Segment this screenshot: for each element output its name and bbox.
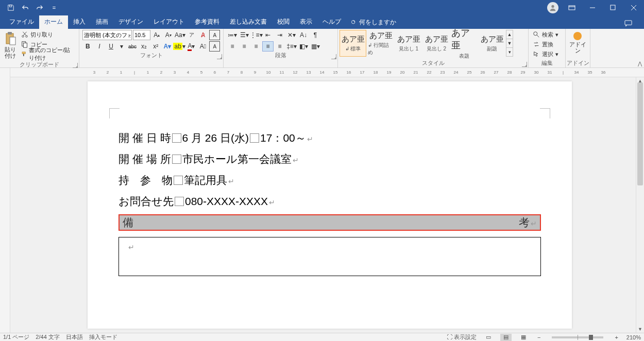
bullets-button[interactable]: ≔▾ bbox=[227, 30, 238, 40]
qat-customize[interactable]: = bbox=[47, 1, 61, 14]
doc-line-4[interactable]: お問合せ先080-XXXX-XXXX↵ bbox=[118, 191, 541, 212]
line-spacing-button[interactable]: ‡≡▾ bbox=[286, 41, 297, 52]
display-settings-button[interactable]: ⛶ 表示設定 bbox=[447, 333, 477, 341]
minimize-button[interactable] bbox=[582, 0, 603, 15]
account-avatar[interactable] bbox=[547, 2, 558, 13]
tab-mailings[interactable]: 差し込み文書 bbox=[225, 15, 272, 29]
increase-indent-button[interactable]: ⇥ bbox=[274, 30, 285, 40]
style-title[interactable]: あア亜表題 bbox=[451, 30, 478, 57]
format-painter-button[interactable]: 書式のコピー/貼り付け bbox=[19, 49, 77, 59]
clipboard-launcher[interactable] bbox=[73, 63, 78, 68]
styles-scroll-up[interactable]: ▲ bbox=[506, 30, 513, 39]
underline-button[interactable]: U bbox=[106, 41, 116, 52]
distribute-button[interactable]: ≡ bbox=[274, 41, 285, 52]
document-page[interactable]: 開 催 日 時6 月 26 日(水)17：00～↵ 開 催 場 所市民ホール第一… bbox=[88, 81, 572, 329]
style-heading1[interactable]: あア亜見出し 1 bbox=[395, 30, 422, 57]
status-page[interactable]: 1/1 ページ bbox=[3, 333, 29, 341]
superscript-button[interactable]: x² bbox=[150, 41, 161, 52]
view-print-button[interactable]: ▤ bbox=[500, 334, 512, 341]
show-marks-button[interactable]: ¶ bbox=[310, 30, 321, 40]
replace-button[interactable]: 置換 bbox=[531, 40, 561, 49]
phonetic-guide-button[interactable]: ア bbox=[187, 30, 197, 40]
italic-button[interactable]: I bbox=[94, 41, 105, 52]
multilevel-button[interactable]: ⋮≡▾ bbox=[250, 30, 262, 40]
styles-expand[interactable]: ▾ bbox=[506, 48, 513, 56]
tab-help[interactable]: ヘルプ bbox=[317, 15, 346, 29]
document-scroll[interactable]: 321|123456789101112131415161718192021222… bbox=[10, 68, 644, 333]
doc-line-1[interactable]: 開 催 日 時6 月 26 日(水)17：00～↵ bbox=[118, 128, 541, 149]
text-effects-button[interactable]: A▾ bbox=[162, 41, 173, 52]
horizontal-ruler[interactable]: 321|123456789101112131415161718192021222… bbox=[10, 68, 644, 77]
tab-insert[interactable]: 挿入 bbox=[68, 15, 91, 29]
zoom-slider[interactable] bbox=[552, 336, 603, 338]
char-border-button[interactable]: A bbox=[209, 41, 220, 52]
font-color-button[interactable]: A▾ bbox=[186, 41, 197, 52]
cut-button[interactable]: 切り取り bbox=[19, 30, 77, 39]
scroll-down-button[interactable]: ▼ bbox=[636, 326, 644, 333]
scroll-thumb[interactable] bbox=[637, 82, 643, 185]
tab-home[interactable]: ホーム bbox=[39, 15, 68, 29]
style-heading2[interactable]: あア亜見出し 2 bbox=[423, 30, 450, 57]
shrink-font-button[interactable]: A▾ bbox=[163, 30, 173, 40]
status-lang[interactable]: 日本語 bbox=[66, 333, 83, 341]
enclose-char-button[interactable]: A bbox=[209, 30, 220, 40]
addins-button[interactable]: アドイン bbox=[568, 30, 587, 56]
vertical-scrollbar[interactable]: ▲ ▼ bbox=[636, 77, 644, 333]
align-center-button[interactable]: ≡ bbox=[239, 41, 250, 52]
select-button[interactable]: 選択▾ bbox=[531, 49, 561, 59]
zoom-level[interactable]: 210% bbox=[626, 334, 641, 340]
align-left-button[interactable]: ≡ bbox=[227, 41, 238, 52]
font-launcher[interactable] bbox=[217, 54, 222, 59]
font-name-select[interactable] bbox=[82, 30, 132, 40]
paragraph-launcher[interactable] bbox=[331, 54, 336, 59]
close-button[interactable] bbox=[623, 0, 644, 15]
underline-menu[interactable]: ▾ bbox=[117, 41, 126, 52]
redo-button[interactable] bbox=[33, 1, 46, 14]
tab-references[interactable]: 参考資料 bbox=[190, 15, 225, 29]
bold-button[interactable]: B bbox=[82, 41, 93, 52]
style-normal[interactable]: あア亜↲ 標準 bbox=[340, 30, 366, 57]
tell-me[interactable]: 何をしますか bbox=[346, 16, 400, 29]
char-shading-button[interactable]: A⃝ bbox=[198, 41, 209, 52]
paste-button[interactable]: 貼り付け bbox=[2, 30, 18, 61]
tab-view[interactable]: 表示 bbox=[295, 15, 317, 29]
maximize-button[interactable] bbox=[603, 0, 623, 15]
ribbon-display-button[interactable] bbox=[562, 0, 582, 15]
change-case-button[interactable]: Aa▾ bbox=[175, 30, 185, 40]
undo-button[interactable] bbox=[19, 1, 32, 14]
strike-button[interactable]: abc bbox=[127, 41, 138, 52]
subscript-button[interactable]: x₂ bbox=[139, 41, 149, 52]
collapse-ribbon-button[interactable]: ⋀ bbox=[638, 61, 642, 66]
view-read-button[interactable]: ▭ bbox=[483, 334, 494, 341]
tab-file[interactable]: ファイル bbox=[4, 15, 39, 29]
style-subtitle[interactable]: あア亜副題 bbox=[479, 30, 505, 57]
tab-layout[interactable]: レイアウト bbox=[148, 15, 190, 29]
font-size-select[interactable] bbox=[133, 30, 150, 40]
decrease-indent-button[interactable]: ⇤ bbox=[262, 30, 274, 40]
shading-button[interactable]: ◧▾ bbox=[298, 41, 309, 52]
grow-font-button[interactable]: A▴ bbox=[151, 30, 162, 40]
selected-line-biko[interactable]: 備 考↵ bbox=[118, 214, 541, 231]
tab-review[interactable]: 校閲 bbox=[272, 15, 295, 29]
justify-button[interactable]: ≡ bbox=[262, 41, 274, 52]
styles-scroll-down[interactable]: ▼ bbox=[506, 39, 513, 48]
remarks-textbox[interactable]: ↵ bbox=[118, 237, 541, 276]
highlight-button[interactable]: ab▾ bbox=[174, 41, 185, 52]
align-right-button[interactable]: ≡ bbox=[250, 41, 262, 52]
status-mode[interactable]: 挿入モード bbox=[89, 333, 117, 341]
status-words[interactable]: 2/44 文字 bbox=[36, 333, 59, 341]
comments-button[interactable] bbox=[624, 20, 639, 29]
borders-button[interactable]: ▦▾ bbox=[310, 41, 321, 52]
zoom-out-button[interactable]: − bbox=[535, 334, 543, 340]
tab-design[interactable]: デザイン bbox=[113, 15, 148, 29]
doc-line-3[interactable]: 持 参 物筆記用具↵ bbox=[118, 170, 541, 191]
clear-format-button[interactable]: A̷ bbox=[198, 30, 208, 40]
save-button[interactable] bbox=[4, 1, 18, 14]
asian-layout-button[interactable]: ✕▾ bbox=[286, 30, 297, 40]
styles-launcher[interactable] bbox=[522, 62, 527, 67]
tab-draw[interactable]: 描画 bbox=[91, 15, 113, 29]
numbering-button[interactable]: ☰▾ bbox=[239, 30, 250, 40]
sort-button[interactable]: A↓ bbox=[298, 30, 309, 40]
vertical-ruler[interactable] bbox=[0, 68, 10, 333]
find-button[interactable]: 検索▾ bbox=[531, 30, 561, 39]
